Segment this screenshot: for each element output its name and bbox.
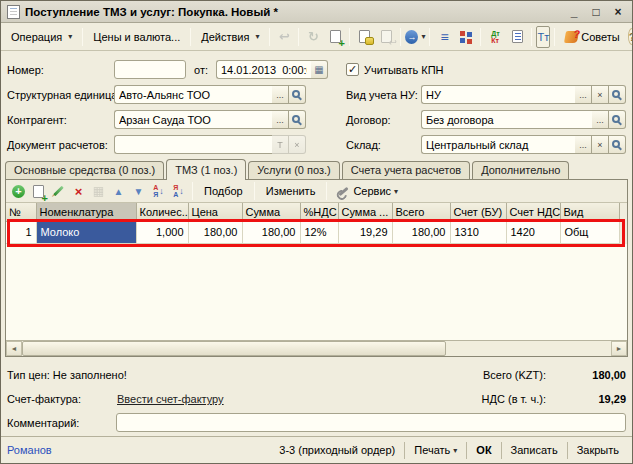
- move-down-icon[interactable]: ▼: [130, 183, 147, 200]
- delete-row-icon[interactable]: ×: [70, 183, 87, 200]
- scroll-right-icon[interactable]: ►: [611, 341, 627, 356]
- tt-toggle-button[interactable]: Тт: [536, 26, 550, 48]
- document-header-form: Номер: от: ▦ ✓ Учитывать КПН Структурная…: [1, 51, 632, 159]
- cell-vat-rate[interactable]: 12%: [300, 221, 338, 243]
- tips-button[interactable]: ? Советы: [559, 29, 625, 45]
- date-input[interactable]: [216, 60, 311, 79]
- footer-separator: [404, 442, 405, 459]
- minimize-button[interactable]: _: [566, 5, 582, 19]
- end-edit-icon[interactable]: ▦: [90, 183, 107, 200]
- checklist-icon[interactable]: [456, 27, 476, 47]
- report-icon[interactable]: [507, 27, 527, 47]
- add-row-icon[interactable]: +: [10, 183, 27, 200]
- cell-sum[interactable]: 180,00: [242, 221, 300, 243]
- maximize-button[interactable]: □: [588, 5, 604, 19]
- sort-ascending-icon[interactable]: АЯ ↓: [150, 183, 167, 200]
- cell-number[interactable]: 1: [6, 221, 36, 243]
- move-up-icon[interactable]: ▲: [110, 183, 127, 200]
- change-button[interactable]: Изменить: [260, 183, 322, 199]
- magnifier-icon[interactable]: [609, 135, 626, 154]
- magnifier-icon[interactable]: [289, 110, 306, 129]
- ellipsis-button[interactable]: ...: [575, 135, 592, 154]
- settlement-doc-input[interactable]: [114, 135, 272, 154]
- calendar-icon[interactable]: ▦: [311, 60, 328, 79]
- operation-menu-button[interactable]: Операция: [5, 29, 78, 45]
- cell-kind[interactable]: Общ: [560, 221, 619, 243]
- ellipsis-button[interactable]: ...: [272, 85, 289, 104]
- close-form-button[interactable]: Закрыть: [570, 442, 626, 458]
- unpost-document-icon[interactable]: [376, 27, 396, 47]
- reread-icon[interactable]: ↩: [274, 27, 294, 47]
- settlement-doc-label: Документ расчетов:: [7, 139, 114, 151]
- go-to-icon[interactable]: →: [405, 27, 425, 47]
- ellipsis-button[interactable]: ...: [272, 110, 289, 129]
- copy-row-icon[interactable]: [30, 183, 47, 200]
- nu-type-input[interactable]: [421, 85, 575, 104]
- table-header-row: № Номенклатура Количес... Цена Сумма %НД…: [6, 203, 619, 221]
- tab-services[interactable]: Услуги (0 поз.): [248, 161, 339, 180]
- prices-currency-button[interactable]: Цены и валюта...: [87, 29, 186, 45]
- pick-button[interactable]: Подбор: [198, 183, 249, 199]
- cell-total[interactable]: 180,00: [392, 221, 450, 243]
- title-bar: Поступление ТМЗ и услуг: Покупка. Новый …: [1, 1, 632, 23]
- post-document-icon[interactable]: [354, 27, 374, 47]
- cell-quantity[interactable]: 1,000: [136, 221, 188, 243]
- text-select-button[interactable]: Т: [272, 135, 289, 154]
- cell-vat-sum[interactable]: 19,29: [338, 221, 392, 243]
- scrollbar-thumb[interactable]: [22, 341, 446, 356]
- debit-credit-icon[interactable]: ДтКт: [485, 27, 505, 47]
- ellipsis-button[interactable]: ...: [592, 110, 609, 129]
- number-input[interactable]: [114, 60, 186, 79]
- cell-account-bu[interactable]: 1310: [450, 221, 506, 243]
- toolbar-separator: [192, 182, 193, 200]
- help-icon[interactable]: ?: [628, 28, 633, 45]
- col-header-total: Всего: [392, 203, 450, 221]
- col-header-kind: Вид: [560, 203, 619, 221]
- ellipsis-button[interactable]: ...: [575, 85, 592, 104]
- totals-section: Тип цен: Не заполнено! Всего (KZT): 180,…: [1, 357, 632, 411]
- toolbar-separator: [531, 28, 532, 46]
- toolbar-separator: [349, 28, 350, 46]
- contract-input[interactable]: [421, 110, 592, 129]
- copy-add-icon[interactable]: [325, 27, 345, 47]
- tab-tmz[interactable]: ТМЗ (1 поз.): [166, 159, 246, 180]
- service-menu-button[interactable]: Сервис: [332, 183, 404, 199]
- close-button[interactable]: ×: [610, 5, 626, 19]
- cell-nomenclature[interactable]: Молоко: [36, 221, 136, 243]
- enter-invoice-link[interactable]: Ввести счет-фактуру: [117, 393, 224, 405]
- magnifier-icon[interactable]: [609, 110, 626, 129]
- comment-input[interactable]: [116, 413, 626, 432]
- cell-account-vat[interactable]: 1420: [506, 221, 560, 243]
- print-button[interactable]: Печать: [407, 442, 464, 458]
- kpn-checkbox[interactable]: ✓: [346, 63, 359, 76]
- main-toolbar: Операция Цены и валюта... Действия ↩ ↻ →…: [1, 23, 632, 51]
- table-toolbar: + × ▦ ▲ ▼ АЯ ↓ ЯА ↓ Подбор Изменить Серв…: [6, 180, 627, 203]
- edit-row-icon[interactable]: [50, 183, 67, 200]
- wrench-icon: [339, 186, 349, 195]
- structural-unit-input[interactable]: [114, 85, 272, 104]
- save-button[interactable]: Записать: [504, 442, 565, 458]
- items-table: № Номенклатура Количес... Цена Сумма %НД…: [6, 203, 620, 244]
- magnifier-icon[interactable]: [289, 85, 306, 104]
- clear-button[interactable]: ×: [289, 135, 306, 154]
- clear-button[interactable]: ×: [592, 135, 609, 154]
- order-type-button[interactable]: 3-3 (приходный ордер): [272, 442, 402, 458]
- clear-button[interactable]: ×: [592, 85, 609, 104]
- actions-menu-button[interactable]: Действия: [195, 29, 265, 45]
- warehouse-input[interactable]: [421, 135, 575, 154]
- price-type-text: Тип цен: Не заполнено!: [7, 369, 127, 381]
- scroll-left-icon[interactable]: ◄: [6, 341, 22, 356]
- col-header-account-vat: Счет НДС: [506, 203, 560, 221]
- tab-fixed-assets[interactable]: Основные средства (0 поз.): [5, 161, 164, 180]
- ok-button[interactable]: ОК: [469, 442, 498, 458]
- tab-settlement-accounts[interactable]: Счета учета расчетов: [342, 161, 470, 180]
- list-icon[interactable]: ≡: [434, 27, 454, 47]
- refresh-icon[interactable]: ↻: [303, 27, 323, 47]
- magnifier-icon[interactable]: [609, 85, 626, 104]
- horizontal-scrollbar[interactable]: ◄ ►: [6, 340, 627, 356]
- table-row[interactable]: 1 Молоко 1,000 180,00 180,00 12% 19,29 1…: [6, 221, 619, 243]
- tab-additional[interactable]: Дополнительно: [472, 161, 569, 180]
- counterparty-input[interactable]: [114, 110, 272, 129]
- cell-price[interactable]: 180,00: [188, 221, 242, 243]
- sort-descending-icon[interactable]: ЯА ↓: [170, 183, 187, 200]
